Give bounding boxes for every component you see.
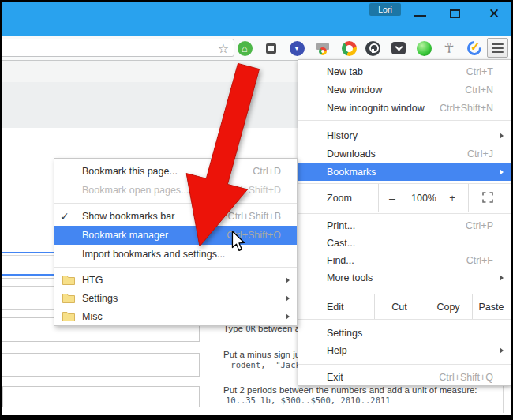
onetab-extension-icon[interactable]: ▼ bbox=[288, 39, 305, 57]
browser-toolbar: ☆ ⌂ ▼ ☥ ✓ bbox=[2, 36, 511, 61]
close-button[interactable]: ✕ bbox=[481, 2, 507, 25]
chrome-menu-button[interactable] bbox=[487, 38, 508, 58]
submenu-item-show-bookmarks-bar[interactable]: ✓ Show bookmarks bar Ctrl+Shift+B bbox=[54, 207, 297, 226]
chrome-ball-extension-icon[interactable] bbox=[340, 39, 358, 57]
cut-button[interactable]: Cut bbox=[374, 302, 425, 313]
submenu-item-bookmark-this-page[interactable]: Bookmark this page... Ctrl+D bbox=[54, 162, 297, 181]
check-circle-icon: ✓ bbox=[467, 41, 481, 55]
menu-label: Bookmark manager bbox=[82, 230, 168, 241]
menu-label: Settings bbox=[327, 328, 362, 339]
page-table-blue-rule bbox=[2, 274, 54, 276]
fullscreen-button[interactable] bbox=[482, 192, 493, 205]
menu-shortcut: Ctrl+T bbox=[466, 66, 493, 77]
submenu-item-bookmark-manager[interactable]: Bookmark manager Ctrl+Shift+O bbox=[54, 226, 297, 245]
menu-label: Bookmarks bbox=[327, 167, 376, 178]
menu-separator bbox=[54, 267, 297, 268]
menu-item-cast[interactable]: Cast... bbox=[298, 234, 511, 252]
menu-shortcut: Ctrl+J bbox=[467, 148, 493, 159]
page-table-blue-rule bbox=[2, 252, 54, 253]
menu-shortcut: Ctrl+Shift+D bbox=[227, 185, 281, 196]
menu-label: Downloads bbox=[327, 148, 376, 159]
profile-badge[interactable]: Lori bbox=[369, 3, 401, 16]
menu-separator bbox=[298, 120, 511, 121]
chevron-down-icon bbox=[391, 42, 406, 54]
ankh-icon: ☥ bbox=[444, 40, 454, 56]
checker-extension-icon[interactable]: ✓ bbox=[466, 39, 483, 57]
menu-item-help[interactable]: Help bbox=[298, 342, 511, 359]
menu-label: New incognito window bbox=[327, 103, 425, 114]
green-sphere-icon bbox=[417, 41, 432, 56]
menu-label: More tools bbox=[327, 272, 373, 283]
menu-label: Edit bbox=[298, 302, 344, 313]
submenu-item-bookmark-open-pages: Bookmark open pages... Ctrl+Shift+D bbox=[54, 181, 297, 200]
menu-item-settings[interactable]: Settings bbox=[298, 324, 511, 342]
menu-item-history[interactable]: History bbox=[298, 126, 511, 144]
submenu-folder-htg[interactable]: HTG bbox=[54, 271, 297, 289]
square-extension-icon[interactable] bbox=[262, 39, 279, 57]
minimize-button[interactable] bbox=[407, 2, 432, 25]
chrome-mobile-extension-icon[interactable] bbox=[314, 39, 331, 57]
menu-label: Help bbox=[327, 345, 347, 356]
menu-edit-row: Edit Cut Copy Paste bbox=[298, 294, 511, 319]
window-border bbox=[0, 0, 2, 420]
menu-separator bbox=[298, 319, 511, 320]
submenu-arrow-icon bbox=[500, 347, 504, 354]
submenu-arrow-icon bbox=[500, 169, 504, 175]
menu-shortcut: Ctrl+N bbox=[465, 84, 493, 96]
password-extension-icon[interactable] bbox=[364, 39, 381, 57]
paste-button[interactable]: Paste bbox=[472, 302, 511, 313]
submenu-arrow-icon bbox=[500, 275, 504, 281]
maximize-button[interactable] bbox=[442, 2, 467, 25]
submenu-folder-misc[interactable]: Misc bbox=[54, 307, 297, 325]
menu-label: Import bookmarks and settings... bbox=[82, 249, 225, 260]
sphere-extension-icon[interactable] bbox=[415, 39, 432, 57]
zoom-in-button[interactable]: + bbox=[444, 192, 461, 204]
house-icon: ⌂ bbox=[242, 43, 248, 54]
submenu-folder-settings[interactable]: Settings bbox=[54, 289, 297, 307]
menu-item-new-incognito-window[interactable]: New incognito window Ctrl+Shift+N bbox=[298, 99, 511, 117]
keyhole-icon bbox=[365, 41, 380, 56]
submenu-item-import-bookmarks[interactable]: Import bookmarks and settings... bbox=[54, 245, 297, 264]
home-extension-icon[interactable]: ⌂ bbox=[236, 39, 253, 57]
maximize-icon bbox=[450, 9, 460, 18]
copy-button[interactable]: Copy bbox=[425, 302, 472, 313]
address-bar[interactable]: ☆ bbox=[0, 39, 234, 57]
menu-label: Print... bbox=[327, 220, 355, 231]
zoom-out-button[interactable]: – bbox=[382, 192, 403, 204]
chrome-logo-icon bbox=[342, 41, 357, 56]
menu-item-exit[interactable]: Exit Ctrl+Shift+Q bbox=[298, 369, 511, 386]
menu-label: Cast... bbox=[327, 238, 355, 249]
square-icon bbox=[266, 43, 276, 54]
menu-item-find[interactable]: Find... Ctrl+F bbox=[298, 252, 511, 269]
search-example-input[interactable] bbox=[2, 386, 200, 407]
folder-icon bbox=[62, 275, 75, 287]
menu-item-more-tools[interactable]: More tools bbox=[298, 269, 511, 287]
checkmark-icon: ✓ bbox=[60, 210, 69, 223]
page-tip-periods: Put 2 periods between the numbers and ad… bbox=[223, 385, 477, 406]
page-rule bbox=[503, 386, 504, 413]
ankh-extension-icon[interactable]: ☥ bbox=[440, 39, 458, 57]
submenu-arrow-icon bbox=[286, 277, 290, 283]
menu-item-new-window[interactable]: New window Ctrl+N bbox=[298, 81, 511, 99]
menu-separator bbox=[298, 213, 511, 214]
menu-shortcut: Ctrl+Shift+Q bbox=[439, 372, 493, 383]
menu-label: Show bookmarks bar bbox=[82, 211, 174, 222]
menu-separator bbox=[54, 203, 297, 204]
divider bbox=[468, 184, 469, 212]
menu-label: Settings bbox=[82, 293, 118, 304]
search-example-input[interactable] bbox=[0, 353, 200, 377]
funnel-icon: ▼ bbox=[294, 45, 300, 52]
menu-item-bookmarks[interactable]: Bookmarks bbox=[298, 163, 511, 181]
chrome-menu: New tab Ctrl+T New window Ctrl+N New inc… bbox=[298, 59, 511, 386]
bookmark-star-icon[interactable]: ☆ bbox=[218, 40, 229, 57]
menu-label: Misc bbox=[82, 311, 103, 322]
submenu-arrow-icon bbox=[500, 133, 504, 139]
menu-shortcut: Ctrl+Shift+N bbox=[440, 103, 493, 114]
page-rule bbox=[2, 255, 54, 256]
menu-item-downloads[interactable]: Downloads Ctrl+J bbox=[298, 144, 511, 163]
menu-shortcut: Ctrl+F bbox=[466, 255, 493, 266]
submenu-arrow-icon bbox=[286, 313, 290, 320]
menu-item-print[interactable]: Print... Ctrl+P bbox=[298, 217, 511, 234]
pocket-extension-icon[interactable] bbox=[390, 39, 407, 57]
menu-item-new-tab[interactable]: New tab Ctrl+T bbox=[298, 62, 511, 81]
